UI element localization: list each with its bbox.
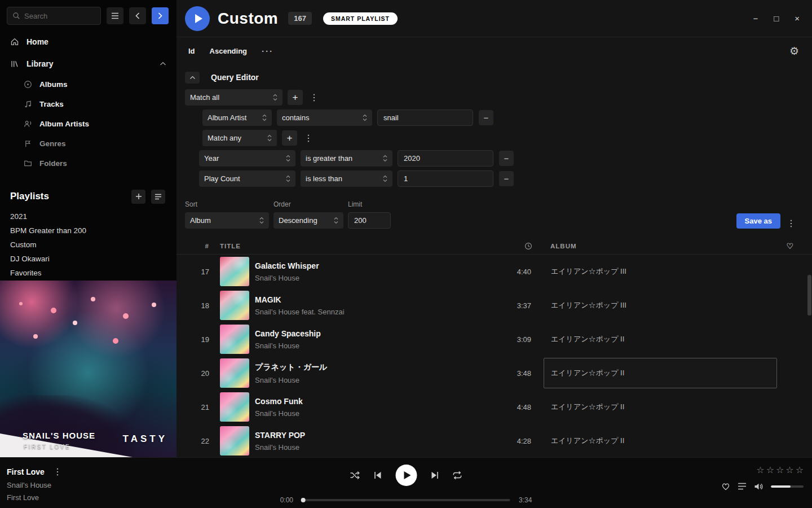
order-dropdown[interactable]: Descending [273,212,343,229]
rule-value-input[interactable] [398,150,493,167]
table-row[interactable]: 17 Galactic Whisper Snail's House 4:40 エ… [176,255,812,288]
sidebar-item-album-artists[interactable]: Album Artists [0,114,176,134]
track-album-cell[interactable]: エイリアン☆ポップ III [550,256,812,287]
track-title-cell[interactable]: STARRY POP Snail's House [249,431,500,452]
album-art-thumbnail[interactable] [220,325,249,354]
track-title-cell[interactable]: MAGIK Snail's House feat. Sennzai [249,295,500,316]
sort-direction-button[interactable]: Ascending [210,47,247,55]
volume-icon[interactable] [754,483,764,491]
chevron-up-icon[interactable] [160,62,166,66]
album-art-thumbnail[interactable] [220,358,249,388]
now-playing-options-icon[interactable]: ⋮ [51,466,64,477]
column-title[interactable]: TITLE [213,243,500,249]
rule-field-dropdown[interactable]: Year [199,150,295,167]
rule-field-dropdown[interactable]: Play Count [199,170,295,187]
remove-rule-button[interactable]: − [499,151,514,166]
remove-rule-button[interactable]: − [499,171,514,186]
track-album-cell[interactable]: エイリアン☆ポップ II [550,426,812,456]
sort-field-button[interactable]: Id [188,47,195,55]
nav-back-button[interactable] [129,7,146,24]
group-options-icon[interactable]: ⋮ [308,92,320,103]
match-all-dropdown[interactable]: Match all [185,89,283,106]
sidebar-item-tracks[interactable]: Tracks [0,94,176,114]
sidebar-item-home[interactable]: Home [0,30,176,52]
save-options-icon[interactable]: ⋮ [785,218,797,229]
album-art-thumbnail[interactable] [220,291,249,320]
shuffle-icon[interactable] [350,471,360,480]
collapse-query-editor-button[interactable] [185,72,200,84]
close-button[interactable]: × [795,14,800,23]
track-title-cell[interactable]: プラネット・ガール Snail's House [249,362,500,384]
add-rule-button[interactable]: + [282,130,297,146]
sidebar-item-genres[interactable]: Genres [0,134,176,154]
repeat-icon[interactable] [453,471,462,480]
track-title-cell[interactable]: Cosmo Funk Snail's House [249,397,500,418]
play-button[interactable] [396,465,417,486]
star-icon[interactable]: ☆ [796,465,804,475]
star-icon[interactable]: ☆ [785,465,793,475]
scrollbar-thumb[interactable] [807,275,811,316]
star-icon[interactable]: ☆ [756,465,764,475]
album-art-thumbnail[interactable] [220,257,249,286]
now-playing-artwork[interactable]: SNAIL'S HOUSE FIRST LOVE TASTY [0,281,176,457]
playlist-item[interactable]: Custom [0,238,176,252]
playlist-play-button[interactable] [185,6,210,31]
playlist-item[interactable]: 2021 [0,209,176,224]
search-input[interactable] [24,12,95,20]
track-title-cell[interactable]: Candy Spaceship Snail's House [249,329,500,350]
add-rule-button[interactable]: + [288,90,303,105]
album-art-thumbnail[interactable] [220,426,249,456]
star-icon[interactable]: ☆ [766,465,774,475]
volume-slider[interactable] [771,485,804,488]
seek-handle[interactable] [301,498,306,502]
column-album[interactable]: ALBUM ♡ [550,242,812,251]
table-row[interactable]: 20 プラネット・ガール Snail's House 3:48 エイリアン☆ポッ… [176,356,812,390]
sidebar-item-folders[interactable]: Folders [0,154,176,173]
favorite-heart-icon[interactable] [721,482,730,491]
table-row[interactable]: 19 Candy Spaceship Snail's House 3:09 エイ… [176,322,812,356]
playlist-item[interactable]: BPM Greater than 200 [0,224,176,238]
maximize-button[interactable]: □ [774,14,779,23]
minimize-button[interactable]: − [753,14,758,23]
sort-dropdown[interactable]: Album [185,212,269,229]
more-options-button[interactable]: ··· [262,46,273,56]
rule-operator-dropdown[interactable]: contains [277,110,372,126]
track-album-cell[interactable]: エイリアン☆ポップ III [550,290,812,321]
playlist-item[interactable]: Favorites [0,266,176,280]
track-album-cell[interactable]: エイリアン☆ポップ II [550,392,812,422]
limit-input[interactable] [348,212,391,229]
save-as-button[interactable]: Save as [736,213,780,229]
rule-operator-dropdown[interactable]: is greater than [301,150,392,167]
rule-value-input[interactable] [377,110,473,126]
column-duration[interactable] [500,242,550,250]
rule-operator-dropdown[interactable]: is less than [301,170,392,187]
search-box[interactable] [7,7,101,25]
add-playlist-button[interactable] [131,190,145,204]
track-album-cell[interactable]: エイリアン☆ポップ II [550,358,812,388]
heart-column-icon[interactable]: ♡ [786,242,794,251]
table-row[interactable]: 18 MAGIK Snail's House feat. Sennzai 3:3… [176,288,812,322]
playlist-options-button[interactable] [151,190,165,204]
track-title-cell[interactable]: Galactic Whisper Snail's House [249,261,500,282]
star-icon[interactable]: ☆ [776,465,784,475]
playlist-item[interactable]: DJ Okawari [0,252,176,266]
nav-forward-button[interactable] [152,7,169,24]
seek-bar[interactable] [302,499,510,501]
table-row[interactable]: 22 STARRY POP Snail's House 4:28 エイリアン☆ポ… [176,424,812,457]
match-any-dropdown[interactable]: Match any [202,130,277,146]
rule-value-input[interactable] [398,170,493,187]
remove-rule-button[interactable]: − [479,110,493,125]
rule-field-dropdown[interactable]: Album Artist [202,110,272,126]
sidebar-item-albums[interactable]: Albums [0,75,176,94]
settings-gear-icon[interactable]: ⚙ [789,46,799,56]
album-art-thumbnail[interactable] [220,392,249,422]
column-index[interactable]: # [176,243,213,249]
sidebar-item-library[interactable]: Library [0,52,176,75]
track-album-cell[interactable]: エイリアン☆ポップ II [550,324,812,354]
next-track-icon[interactable] [431,471,439,479]
group-options-icon[interactable]: ⋮ [302,133,315,143]
menu-hamburger-button[interactable] [107,7,123,24]
queue-icon[interactable] [738,483,747,490]
table-row[interactable]: 21 Cosmo Funk Snail's House 4:48 エイリアン☆ポ… [176,390,812,424]
previous-track-icon[interactable] [374,471,382,479]
